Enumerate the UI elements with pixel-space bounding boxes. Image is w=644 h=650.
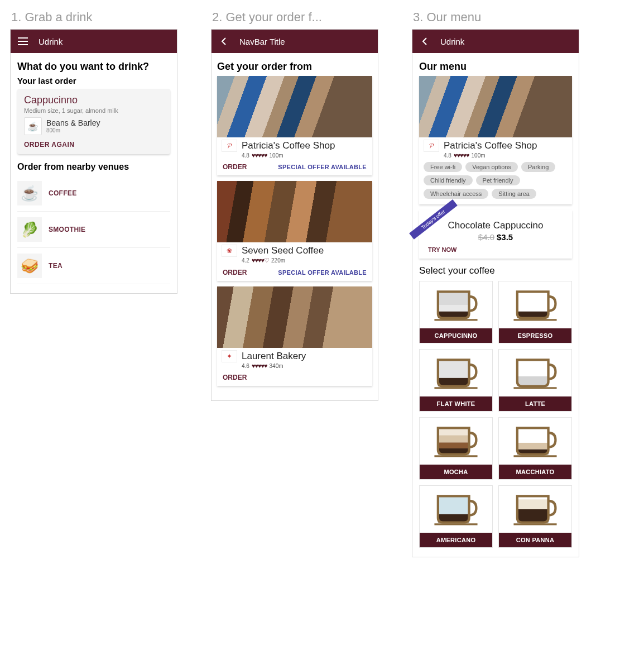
venue-hero-image bbox=[217, 286, 372, 348]
venue-name: Laurent Bakery bbox=[242, 351, 306, 362]
navbar-title: NavBar Title bbox=[239, 37, 285, 46]
phone-screen-2: NavBar Title Get your order from 𝓟 Patri… bbox=[211, 29, 378, 401]
coffee-tile[interactable]: ESPRESSO bbox=[498, 281, 572, 343]
column-title: 1. Grab a drink bbox=[11, 10, 177, 25]
last-order-desc: Medium size, 1 sugar, almond milk bbox=[24, 107, 164, 114]
coffee-label: AMERICANO bbox=[420, 533, 492, 547]
coffee-label: CAPPUCINNO bbox=[420, 328, 492, 343]
hearts-icon: ♥♥♥♥♡ bbox=[252, 257, 269, 264]
venue-distance: 100m bbox=[270, 152, 283, 159]
tag-pill: Wheelchair access bbox=[424, 189, 488, 199]
back-icon[interactable] bbox=[218, 37, 229, 45]
last-order-distance: 800m bbox=[46, 127, 100, 133]
shop-rating: 4.8 bbox=[444, 152, 451, 159]
navbar: Udrink bbox=[11, 30, 177, 53]
svg-rect-26 bbox=[517, 499, 549, 509]
last-order-name: Cappucinno bbox=[24, 94, 164, 106]
navbar: NavBar Title bbox=[212, 30, 378, 53]
svg-rect-4 bbox=[517, 291, 549, 311]
offer-card[interactable]: Today's offer Chocolate Cappuccino $4.0$… bbox=[419, 210, 572, 259]
last-order-heading: Your last order bbox=[17, 76, 170, 85]
category-thumb: 🥪 bbox=[17, 254, 42, 278]
svg-rect-22 bbox=[438, 496, 469, 514]
select-coffee-heading: Select your coffee bbox=[419, 265, 572, 276]
category-label: SMOOTHIE bbox=[49, 226, 85, 233]
coffee-tile[interactable]: AMERICANO bbox=[419, 485, 493, 548]
coffee-label: FLAT WHITE bbox=[420, 396, 492, 411]
last-order-card[interactable]: Cappucinno Medium size, 1 sugar, almond … bbox=[17, 89, 170, 154]
coffee-label: ESPRESSO bbox=[499, 328, 571, 343]
venue-rating: 4.2 bbox=[242, 257, 249, 264]
order-button[interactable]: ORDER bbox=[223, 163, 247, 171]
cup-icon bbox=[420, 418, 492, 465]
nearby-row[interactable]: 🥬 SMOOTHIE bbox=[17, 212, 170, 248]
coffee-tile[interactable]: CON PANNA bbox=[498, 485, 572, 548]
back-icon[interactable] bbox=[419, 37, 430, 45]
navbar: Udrink bbox=[412, 30, 579, 53]
venue-rating: 4.8 bbox=[242, 152, 249, 159]
coffee-tile[interactable]: MOCHA bbox=[419, 417, 493, 480]
tag-pill: Child friendly bbox=[424, 175, 473, 185]
venue-card[interactable]: 𝓟 Patricia's Coffee Shop 4.8 ♥♥♥♥♥ 100m … bbox=[217, 76, 372, 175]
special-offer-label[interactable]: SPECIAL OFFER AVAILABLE bbox=[278, 164, 367, 170]
svg-rect-8 bbox=[438, 378, 469, 386]
svg-rect-23 bbox=[438, 514, 469, 523]
svg-rect-10 bbox=[517, 360, 549, 376]
coffee-tile[interactable]: MACCHIATO bbox=[498, 417, 572, 480]
order-button[interactable]: ORDER bbox=[223, 269, 247, 276]
coffee-tile[interactable]: FLAT WHITE bbox=[419, 349, 493, 412]
tag-pill: Vegan options bbox=[465, 162, 518, 172]
venue-card[interactable]: ❀ Seven Seed Coffee 4.2 ♥♥♥♥♡ 220m ORDER… bbox=[217, 181, 372, 281]
shop-header-card: 𝓟 Patricia's Coffee Shop 4.8 ♥♥♥♥♥ 100m … bbox=[419, 76, 572, 204]
venue-logo: ✦ bbox=[222, 350, 237, 362]
nearby-row[interactable]: ☕ COFFEE bbox=[17, 175, 170, 212]
page-heading: Our menu bbox=[419, 61, 572, 73]
tag-pill: Sitting area bbox=[492, 189, 536, 199]
cup-icon bbox=[499, 281, 571, 328]
cup-icon bbox=[420, 281, 492, 328]
hearts-icon: ♥♥♥♥♥ bbox=[252, 362, 267, 369]
venue-logo: ❀ bbox=[222, 245, 237, 257]
coffee-tile[interactable]: LATTE bbox=[498, 349, 572, 412]
venue-name: Seven Seed Coffee bbox=[242, 245, 324, 256]
coffee-label: MOCHA bbox=[420, 465, 492, 479]
venue-distance: 340m bbox=[270, 363, 283, 369]
nearby-heading: Order from nearby venues bbox=[17, 162, 170, 172]
navbar-title: Udrink bbox=[440, 37, 464, 46]
venue-name: Patricia's Coffee Shop bbox=[242, 140, 335, 151]
svg-rect-15 bbox=[438, 442, 469, 448]
svg-rect-14 bbox=[438, 435, 469, 442]
svg-rect-18 bbox=[517, 428, 549, 443]
category-thumb: ☕ bbox=[17, 181, 42, 205]
svg-rect-19 bbox=[517, 443, 549, 450]
tag-pill: Pet friendly bbox=[476, 175, 520, 185]
svg-rect-0 bbox=[438, 291, 469, 305]
shop-distance: 100m bbox=[472, 152, 486, 159]
special-offer-label[interactable]: SPECIAL OFFER AVAILABLE bbox=[278, 269, 367, 276]
page-heading: What do you want to drink? bbox=[17, 61, 170, 73]
hearts-icon: ♥♥♥♥♥ bbox=[252, 152, 267, 159]
navbar-title: Udrink bbox=[39, 37, 63, 46]
order-button[interactable]: ORDER bbox=[223, 374, 247, 381]
cup-icon bbox=[499, 350, 571, 396]
tag-pill: Parking bbox=[521, 162, 555, 172]
svg-rect-7 bbox=[438, 360, 469, 377]
nearby-row[interactable]: 🥪 TEA bbox=[17, 248, 170, 284]
order-again-button[interactable]: ORDER AGAIN bbox=[24, 141, 164, 149]
venue-card[interactable]: ✦ Laurent Bakery 4.6 ♥♥♥♥♥ 340m ORDER bbox=[217, 286, 372, 386]
venue-rating: 4.6 bbox=[242, 363, 249, 369]
page-heading: Get your order from bbox=[217, 61, 372, 73]
phone-screen-3: Udrink Our menu 𝓟 Patricia's Coffee Shop… bbox=[412, 29, 579, 557]
category-thumb: 🥬 bbox=[17, 217, 42, 242]
shop-hero-image bbox=[419, 76, 572, 137]
category-label: COFFEE bbox=[49, 189, 76, 197]
offer-name: Chocolate Cappuccino bbox=[424, 220, 568, 231]
column-title: 2. Get your order f... bbox=[212, 10, 378, 25]
coffee-tile[interactable]: CAPPUCINNO bbox=[419, 281, 493, 343]
try-now-button[interactable]: TRY NOW bbox=[424, 242, 568, 254]
hamburger-icon[interactable] bbox=[17, 37, 28, 45]
tag-pill: Free wi-fi bbox=[424, 162, 462, 172]
nearby-list: ☕ COFFEE 🥬 SMOOTHIE 🥪 TEA bbox=[17, 175, 170, 284]
svg-rect-27 bbox=[517, 509, 549, 523]
phone-screen-1: Udrink What do you want to drink? Your l… bbox=[10, 29, 177, 294]
